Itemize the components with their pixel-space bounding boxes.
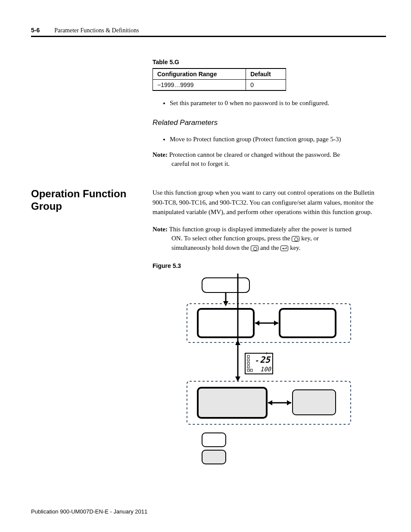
note-label: Note:: [153, 151, 168, 158]
bullet-item: Set this parameter to 0 when no password…: [170, 99, 386, 108]
bullet-list: Set this parameter to 0 when no password…: [153, 99, 386, 108]
related-heading: Related Parameters: [153, 118, 386, 127]
note2-e: and the: [258, 244, 280, 251]
svg-rect-31: [202, 450, 226, 464]
svg-text:25: 25: [260, 355, 271, 365]
note-text: Protection cannot be cleared or changed …: [169, 151, 340, 158]
figure-label: Figure 5.3: [153, 262, 386, 269]
section-heading: Operation Function Group: [31, 188, 148, 213]
table-cell-range: −1999…9999: [153, 80, 246, 91]
note-label: Note:: [153, 226, 168, 233]
note-display: Note: This function group is displayed i…: [153, 225, 386, 253]
table-cell-default: 0: [246, 80, 286, 91]
page-number: 5-6: [31, 27, 40, 34]
note-text-cont: careful not to forget it.: [153, 159, 386, 169]
related-list: Move to Protect function group (Protect …: [153, 135, 386, 144]
level-key-icon: [292, 236, 299, 242]
table-header-range: Configuration Range: [153, 68, 246, 80]
svg-rect-5: [280, 309, 336, 337]
footer-publication: Publication 900-UM007D-EN-E - January 20…: [31, 508, 147, 515]
note-protection: Note: Protection cannot be cleared or ch…: [153, 150, 386, 169]
svg-rect-0: [202, 278, 249, 292]
chapter-title: Parameter Functions & Definitions: [54, 27, 139, 34]
section-para: Use this function group when you want to…: [153, 188, 386, 217]
svg-marker-8: [274, 320, 278, 326]
svg-marker-28: [268, 400, 272, 405]
note2-c: key, or: [299, 235, 318, 242]
svg-rect-4: [198, 309, 254, 337]
config-table: Configuration Range Default −1999…9999 0: [153, 68, 286, 91]
note2-b: ON. To select other function groups, pre…: [171, 235, 292, 242]
svg-text:100: 100: [260, 366, 272, 373]
page-header: 5-6 Parameter Functions & Definitions: [31, 27, 386, 37]
mode-key-icon: [280, 246, 288, 251]
svg-rect-25: [198, 388, 267, 418]
svg-marker-7: [255, 320, 259, 326]
svg-marker-29: [287, 400, 291, 405]
svg-rect-26: [293, 390, 336, 415]
note2-a: This function group is displayed immedia…: [169, 226, 351, 233]
note2-f: key.: [288, 244, 300, 251]
note2-d: simultaneously hold down the: [171, 244, 251, 251]
svg-rect-30: [202, 433, 226, 447]
table-label: Table 5.G: [153, 59, 386, 65]
table-header-default: Default: [246, 68, 286, 80]
svg-text:-: -: [255, 356, 259, 364]
figure-diagram: 25 - 100: [178, 274, 364, 467]
related-item: Move to Protect function group (Protect …: [170, 135, 386, 144]
level-key-icon: [251, 246, 258, 251]
